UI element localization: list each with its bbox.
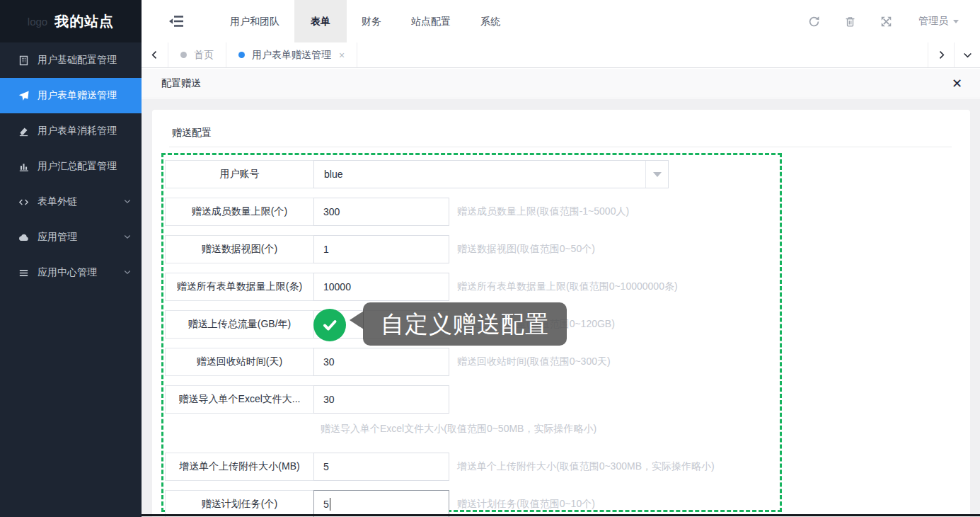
sidebar: 用户基础配置管理用户表单赠送管理用户表单消耗管理用户汇总配置管理表单外链应用管理…: [0, 42, 142, 517]
paper-plane-icon: [17, 89, 30, 102]
form-row-label: 增送单个上传附件大小(MB): [165, 453, 313, 481]
form-row-9: 赠送计划任务(个)赠送计划任务(取值范围0~10个): [165, 490, 780, 517]
tab-label: 首页: [194, 49, 214, 62]
sidebar-item-5[interactable]: 表单外链: [0, 184, 142, 220]
chevron-down-icon[interactable]: [645, 161, 668, 188]
sidebar-item-label: 用户表单消耗管理: [38, 125, 117, 137]
user-menu[interactable]: 管理员: [918, 15, 959, 28]
refresh-icon[interactable]: [807, 15, 821, 28]
tour-tooltip: 自定义赠送配置: [363, 302, 567, 346]
form-row-label: 赠送计划任务(个): [165, 490, 313, 517]
sidebar-item-3[interactable]: 用户表单消耗管理: [0, 113, 142, 149]
tooltip-arrow: [350, 311, 364, 329]
building-icon: [17, 54, 30, 67]
form-row-input[interactable]: [313, 235, 449, 263]
form-row-8: 增送单个上传附件大小(MB)增送单个上传附件大小(取值范围0~300MB，实际操…: [165, 453, 780, 481]
form-row-label: 赠送数据视图(个): [165, 235, 313, 263]
tab-status-dot: [238, 52, 245, 58]
form-row-hint: 赠送回收站时间(取值范围0~300天): [457, 356, 611, 368]
tabs-scroll-left-icon[interactable]: [142, 42, 168, 67]
check-circle-icon: [313, 309, 346, 341]
eraser-icon: [17, 125, 30, 137]
form-row-label: 赠送所有表单数据量上限(条): [165, 273, 313, 301]
form-row-input[interactable]: [313, 490, 449, 517]
form-row-hint: 赠送所有表单数据量上限(取值范围0~10000000条): [457, 280, 678, 293]
code-icon: [17, 195, 30, 208]
cloud-icon: [17, 231, 30, 244]
user-name: 管理员: [918, 15, 948, 28]
list-icon: [17, 266, 30, 279]
sidebar-item-6[interactable]: 应用管理: [0, 220, 142, 255]
tab-1[interactable]: 首页: [168, 42, 226, 67]
topnav-item-4[interactable]: 站点配置: [396, 0, 466, 42]
tabs-menu-chevron-icon[interactable]: [954, 42, 980, 67]
page-title-bar: 配置赠送 ✕: [142, 69, 980, 98]
sidebar-item-label: 应用管理: [38, 231, 77, 244]
topnav-item-5[interactable]: 系统: [466, 0, 515, 42]
topnav-actions: 管理员: [796, 15, 959, 28]
form-row-hint: 赠送数据视图(取值范围0~50个): [457, 243, 595, 256]
text-caret: [330, 498, 330, 511]
form-row-input[interactable]: [313, 198, 449, 226]
tab-bar: 首页用户表单赠送管理×: [142, 42, 980, 68]
chevron-down-icon: [123, 267, 132, 278]
form-row-label: 赠送导入单个Excel文件大...: [165, 385, 313, 414]
sidebar-item-1[interactable]: 用户基础配置管理: [0, 42, 142, 78]
form-row-4: 赠送所有表单数据量上限(条)赠送所有表单数据量上限(取值范围0~10000000…: [165, 273, 780, 301]
tab-label: 用户表单赠送管理: [252, 49, 331, 62]
form-row-input[interactable]: [313, 348, 449, 376]
logo: logo: [28, 16, 47, 28]
topnav-item-1[interactable]: 用户和团队: [215, 0, 294, 42]
sidebar-item-2[interactable]: 用户表单赠送管理: [0, 78, 142, 113]
panel-title: 赠送配置: [152, 110, 970, 147]
form-row-3: 赠送数据视图(个)赠送数据视图(取值范围0~50个): [165, 235, 780, 263]
form-row-label: 用户账号: [165, 160, 313, 188]
bar-chart-icon: [17, 160, 30, 173]
form-row-1: 用户账号blue: [165, 160, 780, 188]
user-account-select[interactable]: blue: [313, 160, 669, 188]
menu-fold-icon[interactable]: [168, 13, 185, 30]
top-navbar: 用户和团队表单财务站点配置系统 管理员: [142, 0, 980, 42]
tab-status-dot: [180, 52, 187, 58]
sidebar-item-7[interactable]: 应用中心管理: [0, 255, 142, 290]
form-row-6: 赠送回收站时间(天)赠送回收站时间(取值范围0~300天): [165, 348, 780, 376]
sidebar-item-label: 用户汇总配置管理: [38, 160, 117, 173]
form-row-7: 赠送导入单个Excel文件大...: [165, 385, 780, 414]
sidebar-item-label: 应用中心管理: [38, 266, 97, 279]
divider: [169, 147, 952, 147]
select-value: blue: [314, 169, 645, 180]
form-row-hint: 赠送成员数量上限(取值范围-1~5000人): [457, 205, 629, 218]
form-row-hint: 赠送计划任务(取值范围0~10个): [457, 498, 595, 511]
form-row-hint: 赠送导入单个Excel文件大小(取值范围0~50MB，实际操作略小): [321, 423, 780, 436]
topnav-item-3[interactable]: 财务: [347, 0, 396, 42]
sidebar-item-label: 用户基础配置管理: [38, 54, 117, 67]
form-row-input[interactable]: [313, 273, 449, 301]
close-icon[interactable]: ✕: [952, 77, 962, 90]
sidebar-item-4[interactable]: 用户汇总配置管理: [0, 149, 142, 184]
form-row-label: 赠送成员数量上限(个): [165, 198, 313, 226]
form-row-input[interactable]: [313, 453, 449, 481]
form-row-2: 赠送成员数量上限(个)赠送成员数量上限(取值范围-1~5000人): [165, 198, 780, 226]
form-row-input[interactable]: [313, 385, 449, 414]
tab-close-icon[interactable]: ×: [339, 50, 345, 60]
topnav-item-2[interactable]: 表单: [294, 0, 347, 42]
sidebar-item-label: 表单外链: [38, 195, 77, 208]
chevron-down-icon: [123, 232, 132, 243]
tabbar-right: [928, 42, 980, 67]
form-row-hint: 增送单个上传附件大小(取值范围0~300MB，实际操作略小): [457, 460, 715, 473]
chevron-down-icon: [123, 196, 132, 208]
trash-icon[interactable]: [843, 15, 857, 28]
topnav-items: 用户和团队表单财务站点配置系统: [215, 0, 515, 42]
tab-2[interactable]: 用户表单赠送管理×: [226, 42, 357, 67]
form-row-label: 赠送上传总流量(GB/年): [165, 310, 313, 339]
site-title: 我的站点: [54, 12, 114, 31]
caret-down-icon: [953, 20, 959, 23]
viewport-bottom-edge: [142, 514, 980, 516]
fullscreen-icon[interactable]: [880, 15, 893, 28]
tabs-scroll-right-icon[interactable]: [928, 42, 954, 67]
form-row-label: 赠送回收站时间(天): [165, 348, 313, 376]
sidebar-item-label: 用户表单赠送管理: [38, 89, 117, 102]
open-tabs: 首页用户表单赠送管理×: [168, 42, 357, 67]
brand-header: logo 我的站点: [0, 0, 142, 42]
page-title: 配置赠送: [161, 77, 201, 90]
